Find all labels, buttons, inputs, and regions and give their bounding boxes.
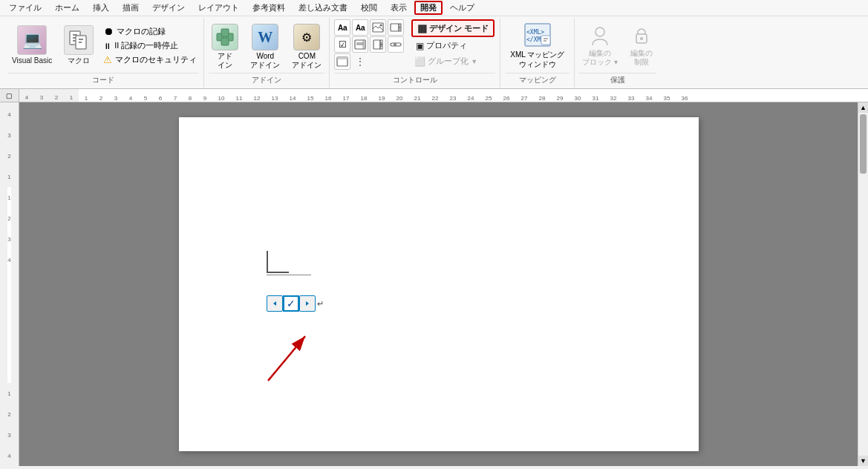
macro-icon (64, 25, 94, 55)
design-mode-label: デザイン モード (429, 23, 489, 34)
com-addin-button[interactable]: ⚙ COMアドイン (289, 22, 324, 71)
mapping-group-label: マッピング (505, 73, 570, 87)
vruler-page-zone: 1 2 3 4 (7, 187, 10, 383)
menu-layout[interactable]: レイアウト (192, 1, 245, 15)
menu-developer[interactable]: 開発 (414, 1, 443, 15)
xml-mapping-icon: <XML></XML> (523, 22, 552, 48)
word-addin-button[interactable]: W Wordアドイン (247, 22, 283, 71)
group-icon: ⬜ (414, 56, 425, 67)
menu-bar: ファイル ホーム 挿入 描画 デザイン レイアウト 参考資料 差し込み文書 校閲… (0, 0, 868, 16)
svg-rect-6 (79, 42, 82, 43)
menu-insert[interactable]: 挿入 (87, 1, 115, 15)
menu-file[interactable]: ファイル (3, 1, 48, 15)
vba-button[interactable]: 💻 Visual Basic (7, 22, 56, 68)
property-label: プロパティ (426, 40, 467, 51)
scroll-down-button[interactable]: ▼ (858, 456, 868, 466)
menu-view[interactable]: 表示 (385, 1, 413, 15)
addin-label: アドイン (218, 52, 232, 70)
svg-rect-28 (337, 57, 347, 59)
scroll-up-button[interactable]: ▲ (858, 102, 868, 113)
l-bracket-shape (267, 251, 289, 273)
ruler-container: ▢ 4 3 2 1 1 2 3 4 5 6 7 8 9 10 11 12 13 (0, 89, 868, 102)
security-label: マクロのセキュリティ (115, 54, 197, 65)
ribbon-group-addin: アドイン W Wordアドイン ⚙ COMアドイン アドイン (204, 18, 330, 88)
vmark-2: 2 (7, 145, 10, 166)
vertical-ruler: 4 3 2 1 1 2 3 4 1 2 3 4 (0, 102, 19, 466)
ruler-marks: 4 3 2 1 1 2 3 4 5 6 7 8 9 10 11 12 13 14… (19, 89, 868, 102)
svg-rect-20 (373, 40, 380, 49)
scroll-thumb[interactable] (860, 114, 867, 174)
code-group-label: コード (7, 73, 199, 87)
svg-line-41 (268, 336, 305, 381)
ruler-mark: 1 (64, 94, 79, 102)
cb-next-button[interactable] (299, 295, 316, 312)
ctrl-scroll-btn[interactable] (388, 36, 404, 53)
cursor-mark: ↵ (317, 299, 324, 309)
ctrl-check-btn[interactable]: ☑ (334, 36, 350, 53)
ctrl-combo-btn[interactable] (388, 19, 404, 36)
vmark-p4: 4 (7, 249, 10, 270)
edit-block-icon (588, 24, 612, 47)
ctrl-aa-btn[interactable]: Aa (334, 19, 350, 36)
ctrl-img-btn[interactable] (370, 19, 386, 36)
cb-prev-button[interactable] (267, 295, 283, 312)
control-row-2: ☑ (334, 36, 404, 53)
svg-marker-24 (381, 46, 382, 47)
vmark-4: 4 (7, 104, 10, 125)
ctrl-spin-btn[interactable] (370, 36, 386, 53)
vertical-scrollbar[interactable]: ▲ ▼ (858, 102, 868, 466)
design-mode-button[interactable]: ▦ デザイン モード (411, 19, 495, 37)
xml-mapping-button[interactable]: <XML></XML> XML マッピングウィンドウ (507, 20, 567, 70)
code-group-body: 💻 Visual Basic マクロ ⏺ マクロの記録 (7, 19, 199, 71)
word-addin-icon: W (252, 24, 278, 50)
ribbon-group-protection: 編集のブロック ▾ 編集の制限 保護 (575, 18, 661, 88)
vba-icon: 💻 (17, 25, 47, 55)
record-macro-item[interactable]: ⏺ マクロの記録 (101, 24, 199, 38)
vmark-3: 3 (7, 125, 10, 145)
menu-draw[interactable]: 描画 (117, 1, 145, 15)
menu-help[interactable]: ヘルプ (444, 1, 480, 15)
document-area[interactable]: ✓ ↵ (19, 102, 858, 466)
mapping-group-body: <XML></XML> XML マッピングウィンドウ (505, 19, 570, 71)
vmark-p2: 2 (7, 208, 10, 229)
svg-rect-19 (363, 40, 365, 49)
ctrl-aa2-btn[interactable]: Aa (352, 19, 368, 36)
property-button[interactable]: ▣ プロパティ (411, 39, 495, 53)
ctrl-more-btn[interactable]: ⋮ (352, 53, 368, 70)
vmark-b1: 1 (7, 383, 10, 404)
security-item[interactable]: ⚠ マクロのセキュリティ (101, 53, 199, 66)
arrow-annotation (238, 329, 313, 388)
svg-rect-13 (391, 24, 399, 31)
vmark-b2: 2 (7, 404, 10, 424)
edit-restrict-label: 編集の制限 (630, 49, 653, 67)
vmark-b3: 3 (7, 424, 10, 445)
group-button[interactable]: ⬜ グループ化 ▼ (411, 54, 495, 68)
edit-restrict-button[interactable]: 編集の制限 (627, 21, 656, 70)
svg-marker-38 (273, 301, 276, 306)
ribbon-group-control: Aa Aa ☑ (330, 18, 500, 88)
checkbox-element[interactable]: ✓ (283, 295, 299, 312)
svg-rect-32 (541, 36, 550, 45)
svg-point-35 (595, 27, 604, 36)
vmark-p1: 1 (7, 187, 10, 208)
edit-block-button[interactable]: 編集のブロック ▾ (579, 21, 621, 70)
addin-icon (212, 24, 238, 50)
pause-macro-item[interactable]: ⏸ II 記録の一時停止 (101, 39, 199, 52)
menu-mailings[interactable]: 差し込み文書 (293, 1, 353, 15)
menu-references[interactable]: 参考資料 (247, 1, 291, 15)
menu-home[interactable]: ホーム (49, 1, 85, 15)
document-page: ✓ ↵ (179, 117, 699, 451)
pause-label: II 記録の一時停止 (114, 40, 178, 51)
ctrl-frame-btn[interactable] (334, 53, 350, 70)
record-label: マクロの記録 (117, 26, 166, 37)
macro-button[interactable]: マクロ (59, 22, 98, 68)
pause-icon: ⏸ (103, 42, 111, 50)
ctrl-list-btn[interactable] (352, 36, 368, 53)
menu-review[interactable]: 校閲 (355, 1, 383, 15)
ruler-mark: 2 (49, 94, 64, 102)
ribbon-content: 💻 Visual Basic マクロ ⏺ マクロの記録 (0, 16, 868, 88)
menu-design[interactable]: デザイン (146, 1, 191, 15)
svg-point-12 (380, 24, 382, 27)
addin-button[interactable]: アドイン (209, 22, 241, 71)
ruler-mark: 4 (19, 94, 34, 102)
